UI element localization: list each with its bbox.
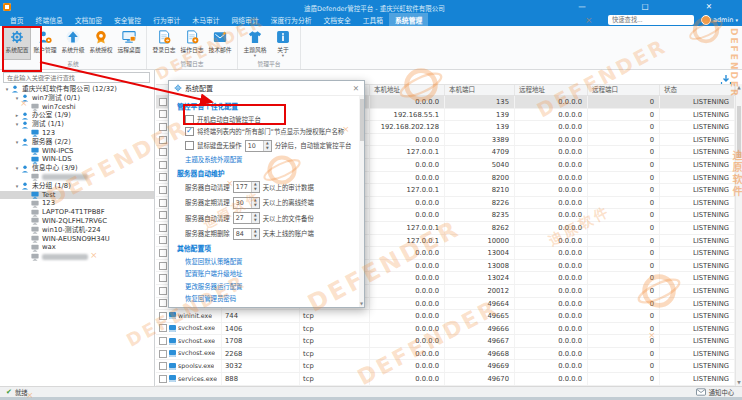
chevron-open-icon[interactable]: ▾ <box>13 182 21 191</box>
row-checkbox[interactable] <box>159 123 167 131</box>
menu-tab[interactable]: 工具箱 <box>357 13 389 26</box>
column-header[interactable]: 状态 <box>660 85 735 95</box>
spinner-down-icon[interactable]: ▼ <box>252 218 259 223</box>
row-checkbox[interactable] <box>159 236 167 244</box>
number-spinner[interactable]: 10▲▼ <box>245 140 272 152</box>
row-checkbox[interactable] <box>159 224 167 232</box>
user-menu[interactable]: admin ▾ <box>701 13 738 26</box>
tree-group[interactable]: ▾信息中心 (3/9) <box>0 164 154 173</box>
menu-tab[interactable]: 木马审计 <box>186 13 225 26</box>
table-row[interactable]: wininit.exe744tcp0.0.0.0496650.0.0.00LIS… <box>156 310 735 323</box>
row-checkbox[interactable] <box>159 324 167 332</box>
scroll-down-icon[interactable]: ▼ <box>736 380 742 385</box>
row-checkbox[interactable] <box>159 173 167 181</box>
tree-pc[interactable]: WIN-AEUSNO9H34U <box>0 235 154 244</box>
tree-pc[interactable] <box>0 252 154 261</box>
column-header[interactable]: 本机端口 <box>445 85 515 95</box>
row-checkbox[interactable] <box>159 362 167 370</box>
column-header[interactable]: 远程地址 <box>515 85 588 95</box>
ribbon-button[interactable]: 主题风格▾ <box>241 27 269 60</box>
dialog-link[interactable]: 配置账户端升级地址 <box>185 269 357 278</box>
tree-pc[interactable]: win10-测试机-224 <box>0 226 154 235</box>
dialog-link[interactable]: 恢复回默认策略配置 <box>185 257 357 266</box>
row-checkbox[interactable] <box>159 136 167 144</box>
number-spinner[interactable]: 30▲▼ <box>233 197 260 209</box>
row-checkbox[interactable] <box>159 337 167 345</box>
row-checkbox[interactable] <box>159 350 167 358</box>
close-button[interactable]: ✕ <box>698 0 720 13</box>
menu-tab[interactable]: 深度行为分析 <box>265 13 318 26</box>
tree-pc[interactable]: WIN-LDS <box>0 155 154 164</box>
chevron-open-icon[interactable]: ▾ <box>13 94 21 103</box>
row-checkbox[interactable] <box>159 98 167 106</box>
ribbon-button[interactable]: 账户管理 <box>31 27 59 60</box>
table-row[interactable]: spoolsv.exe3032tcp0.0.0.0496690.0.0.00LI… <box>156 360 735 373</box>
dialog-scrollbar-thumb[interactable] <box>360 99 364 141</box>
tree-group[interactable]: ▾服务器 (2/2) <box>0 138 154 147</box>
tree-pc[interactable]: Test <box>0 191 154 200</box>
menu-tab[interactable]: 终端信息 <box>30 13 69 26</box>
export-icon[interactable] <box>720 71 732 83</box>
tree-search-input[interactable] <box>3 72 150 83</box>
ribbon-button[interactable]: 操作日志 <box>178 27 206 60</box>
scroll-up-icon[interactable]: ▲ <box>736 85 742 90</box>
row-checkbox[interactable] <box>159 249 167 257</box>
dialog-link[interactable]: 恢复回管理员密码 <box>185 294 357 303</box>
tree-group[interactable]: ▸办公室 (1/9) <box>0 111 154 120</box>
tree-pc[interactable]: 123 <box>0 129 154 138</box>
menu-tab[interactable]: 文档加密 <box>69 13 108 26</box>
row-checkbox[interactable] <box>159 110 167 118</box>
notification-center[interactable]: 通知中心 <box>696 388 742 397</box>
tree-group[interactable]: ▾win7测试 (0/1) <box>0 94 154 103</box>
ribbon-button[interactable]: 系统配置 <box>3 27 31 60</box>
table-row[interactable]: svchost.exe1406tcp0.0.0.0496660.0.0.00LI… <box>156 323 735 336</box>
tree-pc[interactable]: WIN-2QLFHL7RV6C <box>0 217 154 226</box>
row-checkbox[interactable] <box>159 161 167 169</box>
menu-tab[interactable]: 安全管控 <box>108 13 147 26</box>
column-header[interactable]: 远程端口 <box>588 85 660 95</box>
table-row[interactable]: svchost.exe1708tcp0.0.0.0496670.0.0.00LI… <box>156 335 735 348</box>
chevron-open-icon[interactable]: ▾ <box>13 138 21 147</box>
scrollbar-thumb[interactable] <box>737 106 741 158</box>
tree-pc[interactable]: LAPTOP-4T1TPB8F <box>0 208 154 217</box>
maximize-button[interactable]: □ <box>634 0 656 13</box>
row-checkbox[interactable] <box>159 287 167 295</box>
dialog-close-icon[interactable] <box>353 84 359 93</box>
dialog-link[interactable]: 更改服务器运行配置 <box>185 282 357 291</box>
row-checkbox[interactable] <box>159 375 167 383</box>
tree-group[interactable]: ▾重庆兴虹软件有限公司 (12/32) <box>0 85 154 94</box>
row-checkbox[interactable] <box>159 199 167 207</box>
row-checkbox[interactable] <box>159 262 167 270</box>
tree-pc[interactable]: 123 <box>0 199 154 208</box>
ribbon-button[interactable]: 关于▾ <box>269 27 297 60</box>
table-scrollbar[interactable]: ▲ ▼ <box>735 84 742 386</box>
checkbox[interactable] <box>185 141 194 150</box>
number-spinner[interactable]: 84▲▼ <box>233 228 260 240</box>
spinner-down-icon[interactable]: ▼ <box>264 146 271 151</box>
chevron-closed-icon[interactable]: ▸ <box>13 111 21 120</box>
dialog-titlebar[interactable]: 系统配置 <box>169 81 364 96</box>
row-checkbox[interactable] <box>159 186 167 194</box>
row-checkbox[interactable] <box>159 299 167 307</box>
row-checkbox[interactable] <box>159 148 167 156</box>
tree-pc[interactable]: win7ceshi <box>0 103 154 112</box>
row-checkbox[interactable] <box>159 274 167 282</box>
spinner-down-icon[interactable]: ▼ <box>252 203 259 208</box>
column-header[interactable]: 本机地址 <box>370 85 445 95</box>
number-spinner[interactable]: 27▲▼ <box>233 212 260 224</box>
checkbox[interactable] <box>185 127 194 136</box>
chevron-open-icon[interactable]: ▾ <box>13 164 21 173</box>
tree-group[interactable]: ▾测试 (1/1) <box>0 120 154 129</box>
table-row[interactable]: services.exe888tcp0.0.0.0496700.0.0.00LI… <box>156 373 735 386</box>
tree-group[interactable]: ▾未分组 (1/8) <box>0 182 154 191</box>
tree-pc[interactable]: wax <box>0 243 154 252</box>
chevron-open-icon[interactable]: ▾ <box>13 120 21 129</box>
menu-tab[interactable]: 首页 <box>4 13 30 26</box>
menu-tab[interactable]: 文档安全 <box>318 13 357 26</box>
tree-pc[interactable]: WIN-IPCS <box>0 147 154 156</box>
number-spinner[interactable]: 177▲▼ <box>233 181 260 193</box>
dialog-scrollbar[interactable]: ▼ <box>359 96 364 307</box>
ribbon-button[interactable]: 系统升级 <box>59 27 87 60</box>
quick-search-input[interactable] <box>608 15 694 25</box>
table-row[interactable]: svchost.exe2268tcp0.0.0.0496680.0.0.00LI… <box>156 348 735 361</box>
